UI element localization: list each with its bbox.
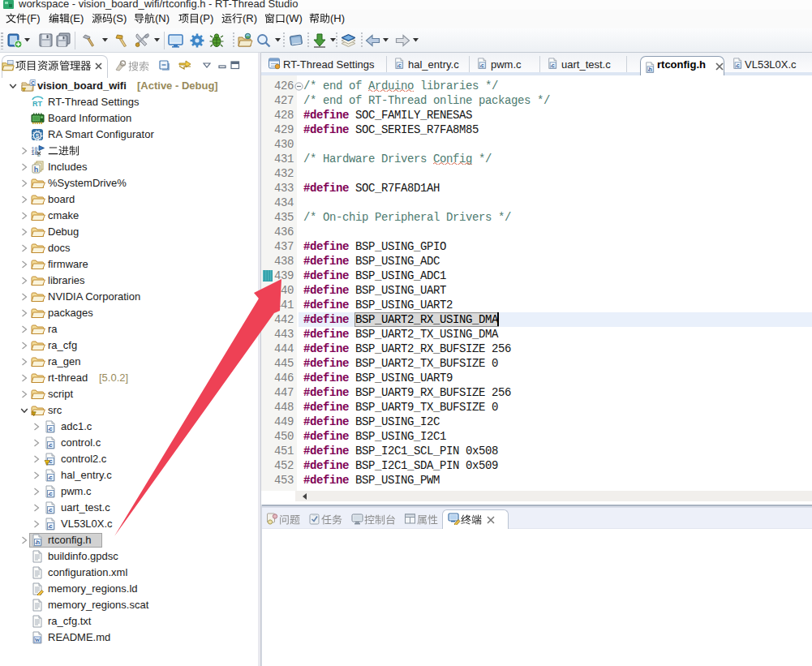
svg-text:h: h: [649, 67, 652, 72]
svg-text:c: c: [49, 474, 53, 481]
svg-text:c: c: [49, 425, 53, 432]
svg-text:c: c: [552, 62, 555, 68]
svg-text:c: c: [49, 506, 53, 513]
svg-text:W: W: [35, 637, 41, 642]
svg-text:c: c: [49, 441, 53, 449]
svg-text:h: h: [36, 539, 40, 546]
svg-text:c: c: [49, 490, 53, 497]
svg-text:c: c: [398, 62, 402, 68]
svg-text:c: c: [49, 522, 53, 530]
svg-text:c: c: [49, 458, 53, 465]
svg-text:h: h: [34, 165, 39, 174]
svg-text:S: S: [36, 133, 40, 139]
svg-text:c: c: [481, 62, 484, 68]
svg-text:C: C: [31, 80, 35, 86]
svg-text:RT: RT: [32, 100, 42, 108]
svg-text:c: c: [737, 62, 740, 68]
svg-text:!: !: [46, 461, 47, 466]
